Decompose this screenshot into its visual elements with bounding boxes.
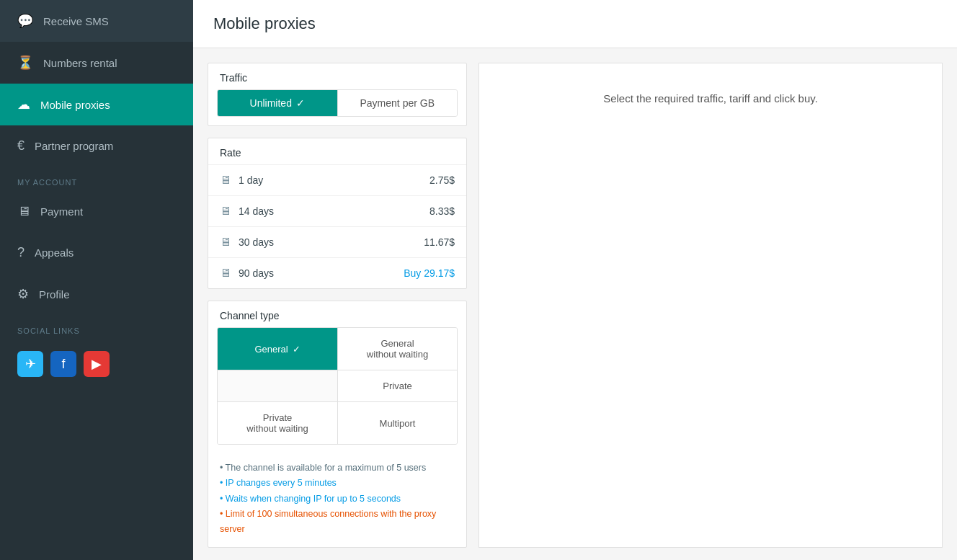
traffic-payment-per-gb-btn[interactable]: Payment per GB	[337, 90, 458, 116]
payment-per-gb-label: Payment per GB	[360, 97, 435, 109]
channel-private-btn[interactable]: Private	[337, 370, 457, 401]
private-label: Private	[383, 381, 411, 391]
question-icon: ?	[17, 245, 25, 260]
sidebar-item-receive-sms[interactable]: 💬 Receive SMS	[0, 0, 193, 42]
check-icon: ✓	[296, 97, 305, 109]
rate-buy-link[interactable]: Buy 29.17$	[404, 267, 455, 279]
rate-price: 8.33$	[429, 205, 455, 217]
rate-price: 11.67$	[424, 236, 455, 248]
info-line-3: • Waits when changing IP for up to 5 sec…	[220, 492, 455, 507]
server-icon: 🖥	[220, 236, 231, 249]
page-header: Mobile proxies	[193, 0, 957, 48]
rate-left: 🖥 90 days	[220, 267, 274, 280]
channel-info: • The channel is available for a maximum…	[208, 453, 466, 547]
channel-multiport-btn[interactable]: Multiport	[337, 402, 457, 444]
sidebar-item-label: Mobile proxies	[40, 99, 110, 111]
multiport-label: Multiport	[380, 418, 416, 429]
rate-row-1day[interactable]: 🖥 1 day 2.75$	[208, 164, 466, 195]
youtube-icon[interactable]: ▶	[84, 351, 110, 377]
rate-row-14days[interactable]: 🖥 14 days 8.33$	[208, 195, 466, 226]
left-panel: Traffic Unlimited ✓ Payment per GB Rate	[208, 63, 467, 548]
hourglass-icon: ⏳	[17, 55, 33, 71]
telegram-icon[interactable]: ✈	[17, 351, 43, 377]
server-icon: 🖥	[220, 174, 231, 187]
facebook-icon[interactable]: f	[50, 351, 76, 377]
right-panel: Select the required traffic, tariff and …	[478, 63, 943, 548]
sidebar-item-label: Profile	[39, 288, 70, 301]
rate-title: Rate	[208, 138, 466, 164]
rate-left: 🖥 1 day	[220, 174, 263, 187]
traffic-toggle: Unlimited ✓ Payment per GB	[217, 89, 458, 117]
sidebar-item-numbers-rental[interactable]: ⏳ Numbers rental	[0, 42, 193, 84]
sidebar-item-label: Partner program	[35, 140, 113, 152]
server-icon: 🖥	[220, 205, 231, 218]
rate-row-30days[interactable]: 🖥 30 days 11.67$	[208, 226, 466, 257]
card-icon: 🖥	[17, 204, 30, 219]
rate-left: 🖥 14 days	[220, 205, 274, 218]
content-area: Traffic Unlimited ✓ Payment per GB Rate	[193, 48, 957, 560]
cloud-icon: ☁	[17, 97, 30, 112]
sidebar: 💬 Receive SMS ⏳ Numbers rental ☁ Mobile …	[0, 0, 193, 560]
channel-empty-cell	[218, 370, 337, 401]
sidebar-item-label: Payment	[40, 205, 83, 218]
channel-private-no-wait-btn[interactable]: Privatewithout waiting	[218, 402, 337, 444]
rate-label: 1 day	[239, 174, 263, 186]
channel-type-card: Channel type General ✓ Generalwithout wa…	[208, 301, 467, 548]
my-account-label: MY ACCOUNT	[0, 166, 193, 191]
private-no-wait-label: Privatewithout waiting	[246, 412, 308, 434]
channel-general-btn[interactable]: General ✓	[218, 328, 337, 370]
traffic-unlimited-btn[interactable]: Unlimited ✓	[218, 90, 337, 116]
page-title: Mobile proxies	[213, 14, 937, 33]
general-label: General	[254, 344, 288, 355]
gear-icon: ⚙	[17, 286, 29, 302]
social-links-label: SOCIAL LINKS	[0, 315, 193, 339]
server-icon: 🖥	[220, 267, 231, 280]
chat-icon: 💬	[17, 13, 33, 29]
channel-general-no-wait-btn[interactable]: Generalwithout waiting	[337, 328, 457, 370]
euro-icon: €	[17, 138, 25, 154]
rate-table: 🖥 1 day 2.75$ 🖥 14 days 8.33$	[208, 164, 466, 288]
check-icon: ✓	[293, 344, 301, 355]
general-no-wait-label: Generalwithout waiting	[367, 338, 428, 360]
sidebar-item-mobile-proxies[interactable]: ☁ Mobile proxies	[0, 84, 193, 125]
info-line-1: • The channel is available for a maximum…	[220, 461, 455, 476]
sidebar-item-label: Receive SMS	[43, 15, 109, 27]
sidebar-item-label: Appeals	[35, 246, 74, 259]
rate-left: 🖥 30 days	[220, 236, 274, 249]
info-line-4: • Limit of 100 simultaneous connections …	[220, 507, 455, 538]
rate-label: 14 days	[239, 205, 274, 217]
right-panel-text: Select the required traffic, tariff and …	[603, 92, 818, 105]
sidebar-item-appeals[interactable]: ? Appeals	[0, 232, 193, 273]
rate-row-90days[interactable]: 🖥 90 days Buy 29.17$	[208, 257, 466, 288]
rate-price: 2.75$	[429, 174, 455, 186]
info-line-2: • IP changes every 5 minutes	[220, 476, 455, 491]
rate-label: 90 days	[239, 267, 274, 279]
channel-type-title: Channel type	[208, 301, 466, 327]
sidebar-item-payment[interactable]: 🖥 Payment	[0, 191, 193, 232]
main-content: Mobile proxies Traffic Unlimited ✓ Payme…	[193, 0, 957, 560]
channel-type-grid: General ✓ Generalwithout waiting Private	[217, 327, 458, 445]
traffic-card: Traffic Unlimited ✓ Payment per GB	[208, 63, 467, 126]
rate-card: Rate 🖥 1 day 2.75$ 🖥 14 days	[208, 138, 467, 289]
unlimited-label: Unlimited	[250, 97, 292, 109]
traffic-title: Traffic	[208, 63, 466, 89]
rate-label: 30 days	[239, 236, 274, 248]
sidebar-item-partner-program[interactable]: € Partner program	[0, 125, 193, 166]
sidebar-item-profile[interactable]: ⚙ Profile	[0, 273, 193, 315]
sidebar-item-label: Numbers rental	[43, 57, 117, 69]
social-links: ✈ f ▶	[0, 339, 193, 388]
